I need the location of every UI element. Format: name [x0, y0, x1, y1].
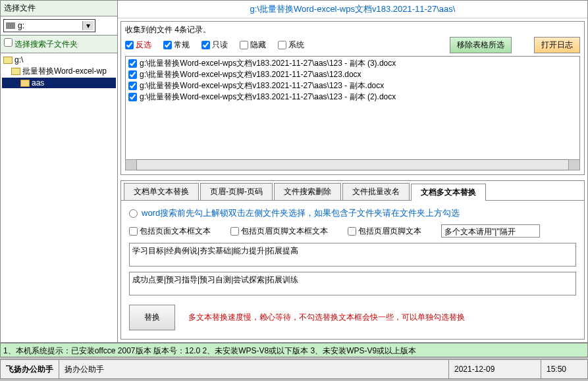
include-hf-textbox[interactable]: 包括页眉页脚文本框文本 [230, 226, 328, 237]
find-text-input[interactable] [129, 243, 576, 267]
drive-select[interactable]: g: [3, 19, 95, 32]
include-page-textbox[interactable]: 包括页面文本框文本 [129, 226, 211, 237]
status-bar: 1、本机系统提示：已安装offcce 2007版本 版本号：12.0 2、未安装… [0, 343, 588, 357]
subfolder-checkbox-label[interactable]: 选择搜索子文件夹 [4, 39, 78, 49]
horizontal-scrollbar[interactable] [125, 160, 580, 170]
filter-normal[interactable]: 常规 [163, 39, 190, 51]
tree-item[interactable]: aas [2, 78, 116, 88]
tree-item[interactable]: 批量替换Word-excel-wp [2, 65, 116, 78]
app-subtitle: 扬办公助手 [59, 360, 449, 378]
unlock-radio[interactable] [129, 209, 138, 218]
folder-tree[interactable]: g:\ 批量替换Word-excel-wp aas [1, 53, 117, 342]
tab-multi-replace[interactable]: 文档多文本替换 [411, 184, 486, 201]
file-item[interactable]: g:\批量替换Word-excel-wps文档v183.2021-11-27\a… [127, 91, 578, 103]
subfolder-checkbox[interactable] [4, 38, 13, 47]
replace-button[interactable]: 替换 [129, 305, 175, 330]
bottom-bar: 飞扬办公助手 扬办公助手 2021-12-09 15:50 [0, 359, 588, 379]
include-hf-text[interactable]: 包括页眉页脚文本 [348, 226, 421, 237]
app-title: 飞扬办公助手 [1, 360, 59, 378]
file-item[interactable]: g:\批量替换Word-excel-wps文档v183.2021-11-27\a… [127, 69, 578, 80]
file-item[interactable]: g:\批量替换Word-excel-wps文档v183.2021-11-27\a… [127, 80, 578, 91]
tree-item[interactable]: g:\ [2, 55, 116, 65]
warning-text: 多文本替换速度慢，赖心等待，不勾选替换文本框会快一些，可以单独勾选替换 [188, 312, 465, 323]
filter-system[interactable]: 系统 [278, 39, 304, 51]
unlock-radio-row[interactable]: word搜索前先勾上解锁双击左侧文件夹选择，如果包含子文件夹请在文件夹上方勾选 [129, 207, 576, 219]
left-header: 选择文件 [1, 1, 117, 16]
tab-batch-rename[interactable]: 文件批量改名 [342, 183, 410, 200]
drive-icon [6, 22, 15, 29]
filter-readonly[interactable]: 只读 [201, 39, 228, 51]
open-log-button[interactable]: 打开日志 [534, 37, 580, 53]
drive-label: g: [18, 21, 24, 30]
collect-title: 收集到的文件 4条记录。 [125, 24, 580, 36]
replace-text-input[interactable] [129, 272, 576, 295]
folder-icon [20, 80, 30, 87]
separator-hint: 多个文本请用"|"隔开 [441, 224, 540, 238]
status-date: 2021-12-09 [449, 360, 541, 378]
folder-open-icon [3, 57, 13, 64]
remove-selected-button[interactable]: 移除表格所选 [450, 37, 512, 53]
path-bar: g:\批量替换Word-excel-wps文档v183.2021-11-27\a… [118, 1, 587, 18]
tab-header-footer[interactable]: 页眉-页脚-页码 [200, 183, 273, 200]
filter-hidden[interactable]: 隐藏 [240, 39, 266, 51]
file-item[interactable]: g:\批量替换Word-excel-wps文档v183.2021-11-27\a… [127, 58, 578, 69]
status-time: 15:50 [541, 360, 587, 378]
tab-row: 文档单文本替换 页眉-页脚-页码 文件搜索删除 文件批量改名 文档多文本替换 [121, 181, 584, 201]
file-list[interactable]: g:\批量替换Word-excel-wps文档v183.2021-11-27\a… [125, 56, 580, 160]
tab-search-delete[interactable]: 文件搜索删除 [274, 183, 341, 200]
filter-invert[interactable]: 反选 [125, 39, 151, 51]
folder-open-icon [11, 68, 20, 75]
tab-single-replace[interactable]: 文档单文本替换 [124, 183, 199, 200]
